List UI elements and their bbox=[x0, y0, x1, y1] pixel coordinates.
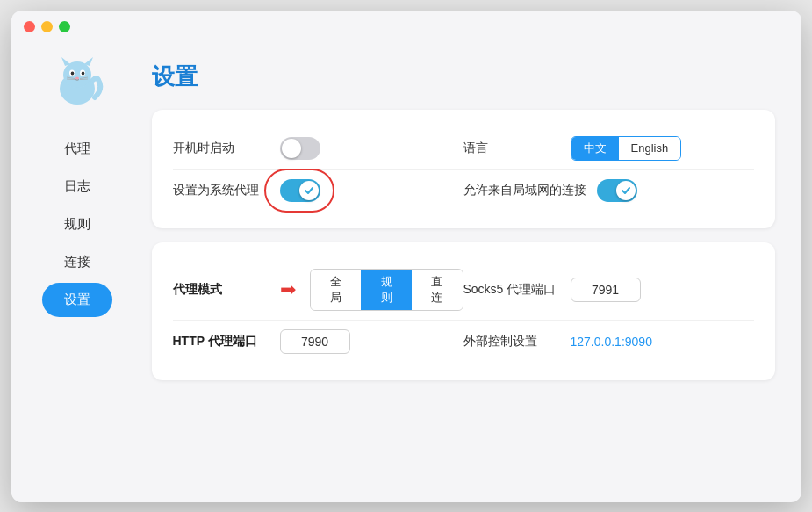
mode-row: 代理模式 ➡ 全局 规则 直连 Socks5 代理端口 bbox=[173, 260, 754, 320]
close-button[interactable] bbox=[24, 21, 35, 32]
settings-row-startup-language: 开机时启动 语言 中文 English bbox=[173, 127, 754, 169]
external-control-label: 外部控制设置 bbox=[463, 334, 560, 350]
http-port-label: HTTP 代理端口 bbox=[173, 334, 269, 350]
svg-point-1 bbox=[63, 61, 91, 88]
lang-en-button[interactable]: English bbox=[619, 137, 681, 160]
http-port-input[interactable] bbox=[280, 329, 350, 354]
sidebar-item-settings[interactable]: 设置 bbox=[42, 283, 112, 317]
minimize-button[interactable] bbox=[41, 21, 53, 32]
system-proxy-section: 设置为系统代理 bbox=[173, 179, 463, 202]
external-control-section: 外部控制设置 127.0.0.1:9090 bbox=[463, 334, 754, 350]
startup-section: 开机时启动 bbox=[173, 137, 463, 160]
mode-direct-button[interactable]: 直连 bbox=[412, 270, 463, 310]
startup-toggle[interactable] bbox=[280, 137, 320, 160]
app-window: 代理 日志 规则 连接 设置 设置 bbox=[11, 11, 801, 502]
proxy-mode-label: 代理模式 bbox=[173, 282, 269, 298]
language-section: 语言 中文 English bbox=[463, 136, 754, 161]
http-port-section: HTTP 代理端口 bbox=[173, 329, 463, 354]
arrow-icon: ➡ bbox=[280, 278, 296, 301]
http-row: HTTP 代理端口 外部控制设置 127.0.0.1:9090 bbox=[173, 320, 754, 363]
proxy-mode-section: 代理模式 ➡ 全局 规则 直连 bbox=[173, 269, 463, 311]
startup-label: 开机时启动 bbox=[173, 141, 269, 156]
mode-rule-button[interactable]: 规则 bbox=[361, 270, 412, 310]
svg-line-12 bbox=[80, 79, 88, 80]
main-layout: 代理 日志 规则 连接 设置 设置 bbox=[11, 44, 801, 502]
mode-global-button[interactable]: 全局 bbox=[311, 270, 362, 310]
allow-lan-label: 允许来自局域网的连接 bbox=[463, 183, 586, 198]
svg-point-8 bbox=[75, 76, 79, 79]
external-control-value[interactable]: 127.0.0.1:9090 bbox=[571, 335, 652, 349]
socks5-port-section: Socks5 代理端口 bbox=[463, 278, 754, 302]
nav-items: 代理 日志 规则 连接 设置 bbox=[11, 132, 143, 317]
sidebar-item-connections[interactable]: 连接 bbox=[11, 245, 143, 279]
system-proxy-toggle-knob bbox=[299, 181, 319, 200]
allow-lan-section: 允许来自局域网的连接 bbox=[463, 179, 754, 202]
system-proxy-toggle-wrapper bbox=[280, 179, 320, 202]
startup-toggle-knob bbox=[282, 139, 301, 158]
settings-row-proxy-lan: 设置为系统代理 bbox=[173, 169, 754, 211]
traffic-lights bbox=[24, 21, 70, 32]
svg-marker-2 bbox=[61, 57, 70, 66]
system-proxy-toggle[interactable] bbox=[280, 179, 320, 202]
lang-zh-button[interactable]: 中文 bbox=[571, 137, 619, 160]
socks5-port-input[interactable] bbox=[571, 278, 641, 302]
sidebar-item-rules[interactable]: 规则 bbox=[11, 207, 143, 242]
svg-point-7 bbox=[81, 71, 84, 75]
svg-line-10 bbox=[67, 79, 75, 80]
allow-lan-toggle-knob bbox=[616, 181, 636, 200]
sidebar-item-logs[interactable]: 日志 bbox=[11, 169, 143, 204]
maximize-button[interactable] bbox=[59, 21, 70, 32]
language-selector: 中文 English bbox=[571, 136, 682, 161]
system-proxy-label: 设置为系统代理 bbox=[173, 183, 269, 198]
card-proxy-mode: 代理模式 ➡ 全局 规则 直连 Socks5 代理端口 bbox=[152, 242, 775, 380]
svg-point-6 bbox=[70, 71, 74, 75]
sidebar-item-proxy[interactable]: 代理 bbox=[11, 132, 143, 166]
language-label: 语言 bbox=[463, 141, 560, 156]
proxy-mode-selector: 全局 规则 直连 bbox=[310, 269, 463, 311]
allow-lan-toggle[interactable] bbox=[597, 179, 637, 202]
content-area: 设置 开机时启动 语言 中文 English bbox=[143, 44, 801, 502]
svg-marker-3 bbox=[84, 57, 93, 66]
page-title: 设置 bbox=[152, 61, 775, 92]
socks5-label: Socks5 代理端口 bbox=[463, 282, 560, 298]
card-general-settings: 开机时启动 语言 中文 English bbox=[152, 110, 775, 228]
logo bbox=[47, 53, 108, 114]
sidebar: 代理 日志 规则 连接 设置 bbox=[11, 44, 143, 502]
titlebar bbox=[11, 11, 801, 44]
